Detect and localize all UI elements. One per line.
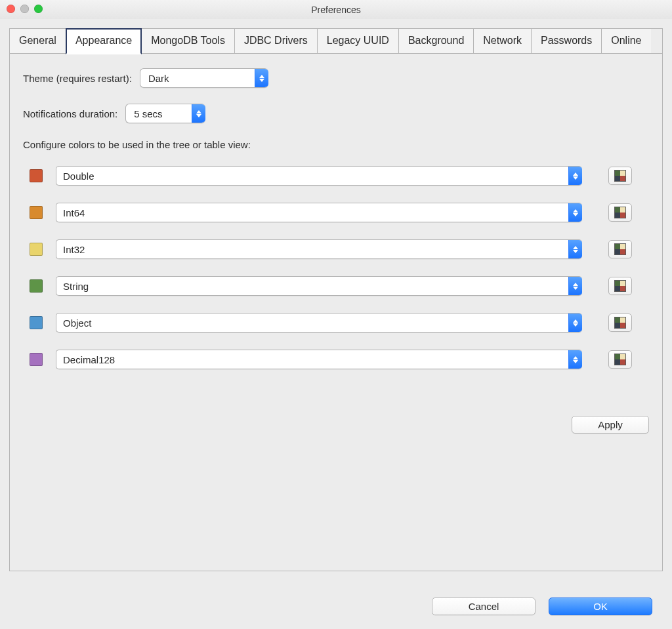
svg-marker-8: [573, 246, 578, 249]
minimize-icon: [20, 5, 29, 13]
tab-background[interactable]: Background: [399, 29, 474, 53]
type-select[interactable]: String: [56, 276, 582, 296]
palette-icon: [614, 170, 626, 182]
traffic-lights: [7, 5, 43, 13]
type-value: Int64: [56, 203, 568, 222]
tab-strip: General Appearance MongoDB Tools JDBC Dr…: [9, 28, 663, 53]
palette-icon: [614, 243, 626, 255]
notifications-label: Notifications duration:: [23, 108, 117, 119]
ok-button[interactable]: OK: [549, 598, 652, 615]
color-picker-button[interactable]: [608, 240, 632, 258]
color-swatch: [30, 353, 43, 366]
color-swatch: [30, 279, 43, 293]
svg-marker-7: [573, 213, 578, 216]
type-value: Double: [56, 167, 568, 185]
chevron-up-down-icon: [568, 203, 582, 222]
svg-marker-10: [573, 283, 578, 286]
svg-marker-14: [573, 356, 578, 359]
svg-marker-13: [573, 323, 578, 327]
type-select[interactable]: Object: [56, 313, 582, 333]
chevron-up-down-icon: [568, 277, 582, 295]
svg-marker-1: [259, 79, 264, 82]
svg-marker-11: [573, 287, 578, 290]
tab-legacy-uuid[interactable]: Legacy UUID: [318, 29, 399, 53]
type-value: String: [56, 277, 568, 295]
chevron-up-down-icon: [568, 240, 582, 258]
chevron-up-down-icon: [568, 167, 582, 185]
color-swatch: [30, 316, 43, 329]
type-value: Int32: [56, 240, 568, 258]
color-picker-button[interactable]: [608, 277, 632, 295]
color-row: Decimal128: [23, 350, 649, 369]
tab-jdbc-drivers[interactable]: JDBC Drivers: [235, 29, 318, 53]
window-body: General Appearance MongoDB Tools JDBC Dr…: [0, 19, 672, 629]
palette-icon: [614, 354, 626, 365]
svg-marker-6: [573, 209, 578, 213]
tab-mongodb-tools[interactable]: MongoDB Tools: [142, 29, 235, 53]
color-picker-button[interactable]: [608, 314, 632, 332]
color-picker-button[interactable]: [608, 203, 632, 222]
palette-icon: [614, 317, 626, 329]
tab-general[interactable]: General: [10, 29, 66, 53]
notifications-value: 5 secs: [126, 104, 192, 123]
color-swatch: [30, 169, 43, 182]
color-picker-button[interactable]: [608, 350, 632, 369]
palette-icon: [614, 280, 626, 292]
dialog-footer: Cancel OK: [0, 583, 672, 629]
type-select[interactable]: Int64: [56, 203, 582, 222]
svg-marker-5: [573, 176, 578, 180]
chevron-up-down-icon: [192, 104, 205, 123]
appearance-panel: Theme (requires restart): Dark Notificat…: [9, 53, 663, 571]
chevron-up-down-icon: [255, 69, 268, 87]
type-select[interactable]: Decimal128: [56, 350, 582, 369]
configure-colors-label: Configure colors to be used in the tree …: [23, 139, 649, 150]
type-select[interactable]: Double: [56, 166, 582, 186]
theme-label: Theme (requires restart):: [23, 73, 132, 84]
tab-appearance[interactable]: Appearance: [66, 28, 142, 54]
close-icon[interactable]: [7, 5, 15, 13]
type-value: Object: [56, 314, 568, 332]
theme-select[interactable]: Dark: [140, 68, 268, 88]
svg-marker-9: [573, 250, 578, 253]
color-row: Double: [23, 166, 649, 186]
color-row: String: [23, 276, 649, 296]
color-picker-button[interactable]: [608, 167, 632, 185]
zoom-icon[interactable]: [34, 5, 43, 13]
chevron-up-down-icon: [568, 350, 582, 369]
tab-network[interactable]: Network: [474, 29, 532, 53]
color-swatch: [30, 243, 43, 256]
window-title: Preferences: [311, 5, 360, 15]
type-value: Decimal128: [56, 350, 568, 369]
cancel-button[interactable]: Cancel: [432, 598, 536, 615]
theme-value: Dark: [140, 69, 255, 87]
svg-marker-2: [196, 110, 201, 113]
svg-marker-3: [196, 114, 201, 117]
palette-icon: [614, 207, 626, 218]
color-row: Object: [23, 313, 649, 333]
apply-button[interactable]: Apply: [572, 416, 649, 434]
tab-passwords[interactable]: Passwords: [532, 29, 602, 53]
chevron-up-down-icon: [568, 314, 582, 332]
notifications-select[interactable]: 5 secs: [125, 104, 205, 123]
tab-online[interactable]: Online: [602, 29, 650, 53]
color-row: Int32: [23, 239, 649, 259]
svg-marker-15: [573, 360, 578, 363]
type-select[interactable]: Int32: [56, 239, 582, 259]
svg-marker-12: [573, 319, 578, 323]
svg-marker-0: [259, 75, 264, 78]
svg-marker-4: [573, 172, 578, 176]
color-swatch: [30, 206, 43, 219]
color-row: Int64: [23, 203, 649, 222]
title-bar: Preferences: [0, 0, 672, 20]
